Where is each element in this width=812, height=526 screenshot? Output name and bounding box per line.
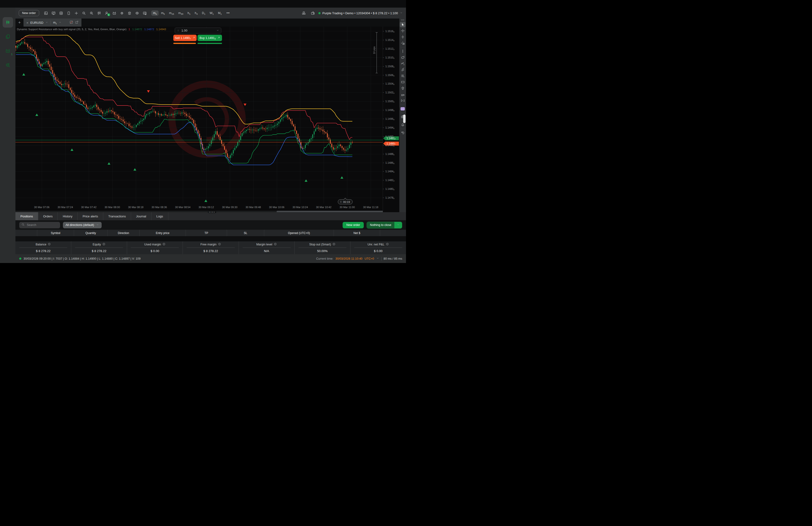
- vertical-line-tool[interactable]: [400, 48, 406, 54]
- text-label-tool[interactable]: A: [400, 98, 406, 103]
- info-icon[interactable]: [102, 243, 105, 246]
- panel-tab-positions[interactable]: Positions: [15, 212, 38, 220]
- column-header-quantity[interactable]: Quantity: [74, 230, 107, 236]
- profile-icon[interactable]: 1: [103, 10, 111, 17]
- direction-filter-select[interactable]: All directions (default): [63, 222, 102, 228]
- chart-style-icon[interactable]: [70, 20, 73, 25]
- panel-tab-history[interactable]: History: [58, 212, 77, 220]
- panel-tab-orders[interactable]: Orders: [38, 212, 58, 220]
- tab-timeframe-label[interactable]: m1: [53, 21, 57, 24]
- sidebar-item-trade[interactable]: [3, 17, 13, 28]
- column-header-tp[interactable]: TP: [186, 230, 227, 236]
- wallet-icon[interactable]: [309, 10, 317, 17]
- tools-scrollbar-thumb[interactable]: [403, 114, 406, 123]
- search-input[interactable]: [26, 223, 56, 227]
- popout-chart-icon[interactable]: [75, 20, 78, 25]
- sidebar-item-copy[interactable]: [3, 31, 13, 42]
- eye-icon[interactable]: [134, 10, 141, 17]
- arrow-shape-tool[interactable]: [400, 86, 406, 91]
- account-selector[interactable]: Purple Trading • Demo • 12034304 • $ 8 2…: [322, 11, 398, 15]
- zoom-in-icon[interactable]: [88, 10, 95, 17]
- add-chart-tab-button[interactable]: +: [15, 18, 24, 27]
- panel-tab-transactions[interactable]: Transactions: [103, 212, 131, 220]
- grid-icon[interactable]: [58, 10, 65, 17]
- rectangle-tool[interactable]: [400, 79, 406, 85]
- crosshair-box-tool[interactable]: [400, 40, 406, 46]
- new-order-button[interactable]: New order: [19, 10, 39, 16]
- timeframe-h4[interactable]: h4: [193, 11, 200, 16]
- column-header-entry-price[interactable]: Entry price: [139, 230, 186, 236]
- info-icon[interactable]: [48, 243, 51, 246]
- forecast-tool[interactable]: [400, 92, 406, 97]
- zoom-out-icon[interactable]: [81, 10, 88, 17]
- column-header-opened-utc-0-[interactable]: Opened (UTC+0): [264, 230, 334, 236]
- price-axis[interactable]: 1.14912 1.14907 1.151601.151401.151201.1…: [383, 27, 400, 212]
- time-axis[interactable]: 30 Mar 07:0630 Mar 07:2430 Mar 07:4230 M…: [15, 203, 383, 212]
- candle-countdown-tag[interactable]: 00:19: [338, 199, 352, 204]
- timeframe-M1[interactable]: M1: [216, 11, 224, 16]
- chart-canvas[interactable]: [15, 27, 383, 203]
- info-icon[interactable]: [386, 243, 389, 246]
- panel-tab-logs[interactable]: Logs: [151, 212, 168, 220]
- search-box[interactable]: [19, 222, 60, 228]
- replay-tool[interactable]: [400, 130, 406, 136]
- indicators-icon[interactable]: [96, 10, 103, 17]
- channels-tool[interactable]: [400, 67, 406, 72]
- stepper-icon[interactable]: [177, 29, 179, 32]
- bot-icon[interactable]: [111, 10, 118, 17]
- panel-splitter-handle[interactable]: ●●●●: [208, 211, 216, 213]
- more-timeframes-button[interactable]: •••: [224, 11, 232, 16]
- elliott-wave-tool[interactable]: E: [400, 61, 406, 66]
- crosshair-tool[interactable]: [400, 28, 406, 33]
- layout-icon[interactable]: [43, 10, 49, 17]
- chart-tab-eurusd[interactable]: × EURUSD m1: [24, 18, 82, 27]
- buy-button[interactable]: Buy 1.14912: [198, 35, 222, 41]
- info-icon[interactable]: [274, 243, 277, 246]
- sell-button[interactable]: Sell 1.14907: [173, 35, 197, 41]
- indicator-legend[interactable]: Dynamic Support Resistance with buy sell…: [17, 28, 166, 31]
- ellipse-tool[interactable]: [400, 55, 406, 60]
- timeframe-m5[interactable]: m5: [159, 11, 167, 16]
- chevron-down-icon[interactable]: [400, 11, 403, 15]
- drag-grip-icon[interactable]: [401, 19, 404, 21]
- column-header-sl[interactable]: SL: [227, 230, 264, 236]
- timezone-value[interactable]: UTC+0: [365, 257, 374, 260]
- column-header-symbol[interactable]: Symbol: [37, 230, 74, 236]
- timeframe-m1[interactable]: m1: [151, 11, 159, 16]
- info-icon[interactable]: [332, 243, 335, 246]
- pip-ruler[interactable]: 10 pips: [374, 32, 378, 73]
- chevron-down-icon[interactable]: [376, 257, 379, 260]
- panel-tab-journal[interactable]: Journal: [131, 212, 151, 220]
- plus-icon[interactable]: [73, 10, 80, 17]
- close-options-chevron[interactable]: [394, 222, 402, 228]
- timeframe-m30[interactable]: m30: [176, 11, 185, 16]
- fib-grid-tool[interactable]: F: [400, 73, 406, 79]
- info-icon[interactable]: [162, 243, 165, 246]
- square-icon[interactable]: [65, 10, 72, 17]
- sidebar-item-bot[interactable]: 1: [3, 46, 13, 56]
- quantity-stepper[interactable]: 1.00: [175, 28, 221, 33]
- pointer-tool[interactable]: [400, 22, 406, 27]
- panel-tab-price-alerts[interactable]: Price alerts: [78, 212, 103, 220]
- strategy-icon[interactable]: [118, 10, 126, 17]
- chevron-down-icon[interactable]: [59, 20, 61, 25]
- deposit-icon[interactable]: [300, 10, 307, 17]
- sidebar-item-analyze[interactable]: [3, 60, 13, 70]
- new-order-button-panel[interactable]: New order: [343, 222, 364, 228]
- timeframe-m15[interactable]: m15: [167, 11, 176, 16]
- close-positions-button[interactable]: Nothing to close: [367, 222, 394, 228]
- crosshair-sync-tool[interactable]: [400, 34, 406, 40]
- column-header-direction[interactable]: Direction: [107, 230, 139, 236]
- chevron-down-icon[interactable]: [216, 29, 219, 33]
- close-icon[interactable]: ×: [26, 21, 29, 25]
- info-icon[interactable]: [218, 243, 221, 246]
- timeframe-D1[interactable]: D1: [200, 11, 207, 16]
- chart-window-icon[interactable]: [50, 10, 57, 17]
- timeframe-W1[interactable]: W1: [208, 11, 216, 16]
- chevron-down-icon[interactable]: [45, 20, 48, 25]
- column-header-net-[interactable]: Net $: [334, 230, 380, 236]
- timeframe-h1[interactable]: h1: [186, 11, 192, 16]
- chart-settings-icon[interactable]: [141, 10, 148, 17]
- layers-icon[interactable]: [126, 10, 133, 17]
- color-swatch-tool[interactable]: [400, 106, 406, 111]
